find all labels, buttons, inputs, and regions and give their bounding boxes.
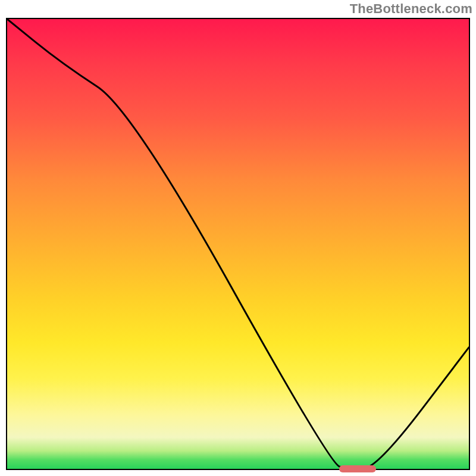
chart-container: TheBottleneck.com [0, 0, 476, 476]
curve-svg [7, 19, 469, 469]
optimal-range-marker [339, 465, 376, 472]
bottleneck-curve [7, 19, 469, 469]
watermark-label: TheBottleneck.com [350, 1, 472, 17]
plot-frame [6, 18, 470, 470]
